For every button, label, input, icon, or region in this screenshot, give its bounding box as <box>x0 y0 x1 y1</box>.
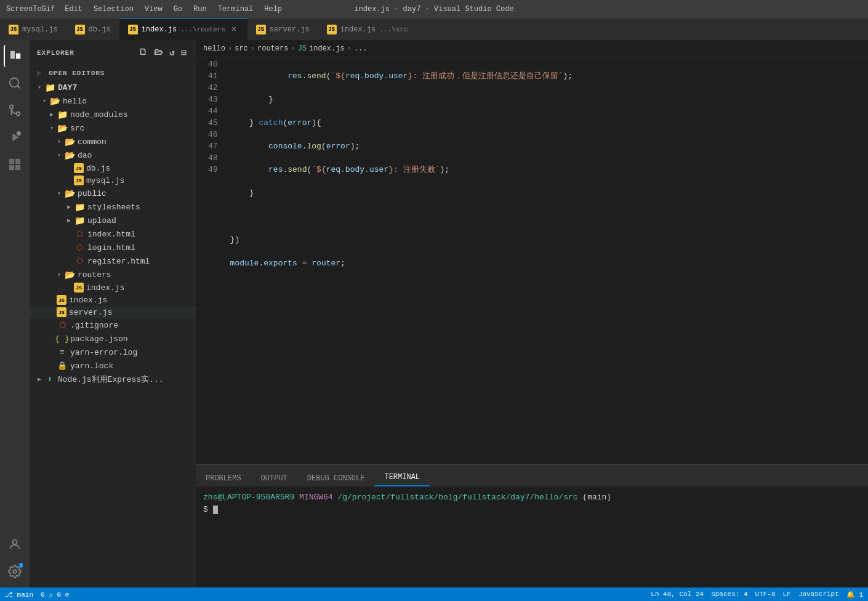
collapse-icon[interactable]: ⊟ <box>180 46 188 59</box>
lock-file-icon: 🔒 <box>57 360 68 371</box>
tree-folder-dao[interactable]: ▾ 📂 dao <box>30 148 196 162</box>
tree-file-server-js[interactable]: JS server.js <box>30 306 196 318</box>
terminal-prompt: $ <box>203 505 208 514</box>
tab-index-routers[interactable]: JS index.js ...\routers × <box>119 18 247 40</box>
menu-selection[interactable]: Selection <box>89 2 139 16</box>
tree-file-mysql-js[interactable]: JS mysql.js <box>30 174 196 187</box>
terminal-path: /g/project/fullstack/bolg/fullstack/day7… <box>337 493 577 502</box>
menu-terminal[interactable]: Terminal <box>213 2 259 16</box>
tree-folder-public[interactable]: ▾ 📂 public <box>30 187 196 200</box>
tab-index-src-path: ...\src <box>379 26 408 33</box>
tree-label-yarn-error-log: yarn-error.log <box>70 348 137 357</box>
tree-label-mysql-js: mysql.js <box>86 176 124 185</box>
tree-folder-nodejs-course[interactable]: ▶ ⬇ Node.js利用Express实... <box>30 373 196 386</box>
tree-folder-common[interactable]: ▾ 📂 common <box>30 135 196 148</box>
run-debug-icon[interactable] <box>4 126 26 148</box>
menu-view[interactable]: View <box>140 2 167 16</box>
download-folder-icon: ⬇ <box>44 374 55 385</box>
js-icon: JS <box>75 25 85 34</box>
tree-folder-stylesheets[interactable]: ▶ 📁 stylesheets <box>30 200 196 214</box>
tree-file-package-json[interactable]: { } package.json <box>30 332 196 345</box>
chevron-right-icon: ▶ <box>47 110 57 119</box>
svg-point-2 <box>10 78 19 87</box>
status-errors[interactable]: 0 △ 0 ⊘ <box>41 591 69 599</box>
folder-icon: 📂 <box>64 150 75 161</box>
chevron-down-icon: ▾ <box>34 83 44 92</box>
open-editors-section[interactable]: ▷ OPEN EDITORS <box>30 65 196 81</box>
tree-file-src-index-js[interactable]: JS index.js <box>30 294 196 306</box>
tree-folder-node-modules[interactable]: ▶ 📁 node_modules <box>30 108 196 121</box>
tree-folder-src[interactable]: ▾ 📂 src <box>30 121 196 135</box>
status-eol[interactable]: LF <box>783 591 791 598</box>
terminal-content[interactable]: zhs@LAPTOP-950AR5R9 MINGW64 /g/project/f… <box>196 486 868 587</box>
tab-mysql-label: mysql.js <box>22 25 58 34</box>
folder-icon: 📂 <box>64 188 75 199</box>
chevron-down-icon: ▾ <box>54 188 64 198</box>
breadcrumb-src[interactable]: src <box>235 44 248 53</box>
tab-bar: JS mysql.js JS db.js JS index.js ...\rou… <box>0 18 868 40</box>
tree-file-db-js[interactable]: JS db.js <box>30 162 196 174</box>
tree-label-server-js: server.js <box>69 308 112 317</box>
tab-mysql[interactable]: JS mysql.js <box>0 18 66 40</box>
source-control-icon[interactable] <box>4 99 26 121</box>
tab-terminal[interactable]: TERMINAL <box>374 469 430 486</box>
svg-rect-8 <box>15 159 20 164</box>
tab-close-button[interactable]: × <box>229 25 239 34</box>
new-folder-icon[interactable]: 🗁 <box>153 46 164 59</box>
tab-db[interactable]: JS db.js <box>66 18 119 40</box>
tree-folder-routers[interactable]: ▾ 📂 routers <box>30 268 196 281</box>
activity-bar-bottom: 1 <box>4 533 26 583</box>
sidebar-header-icons: 🗋 🗁 ↺ ⊟ <box>137 46 188 59</box>
tree-folder-upload[interactable]: ▶ 📁 upload <box>30 214 196 227</box>
tree-label-register-html: register.html <box>87 257 150 266</box>
chevron-right-icon: ▶ <box>64 216 74 225</box>
status-position[interactable]: Ln 48, Col 24 <box>651 591 704 598</box>
extensions-icon[interactable] <box>4 153 26 175</box>
tree-file-login-html[interactable]: ⬡ login.html <box>30 241 196 254</box>
js-file-icon: JS <box>74 283 84 292</box>
explorer-icon[interactable] <box>4 45 26 67</box>
tree-root-day7[interactable]: ▾ 📁 DAY7 <box>30 81 196 94</box>
menu-help[interactable]: Help <box>259 2 287 16</box>
tab-server[interactable]: JS server.js <box>247 18 318 40</box>
html-file-icon: ⬡ <box>74 256 85 267</box>
tab-index-routers-label: index.js <box>142 25 177 34</box>
terminal-user: zhs@LAPTOP-950AR5R9 <box>203 493 294 502</box>
status-language[interactable]: JavaScript <box>798 591 839 598</box>
tab-output[interactable]: OUTPUT <box>251 470 297 486</box>
account-icon[interactable] <box>4 533 26 555</box>
breadcrumb-ellipsis[interactable]: ... <box>354 44 368 53</box>
search-icon[interactable] <box>4 72 26 94</box>
tree-file-yarn-lock[interactable]: 🔒 yarn.lock <box>30 359 196 373</box>
status-notifications[interactable]: 🔔 1 <box>846 591 863 599</box>
breadcrumb-routers[interactable]: routers <box>257 44 288 53</box>
tab-debug-console[interactable]: DEBUG CONSOLE <box>297 470 375 486</box>
status-branch[interactable]: ⎇ main <box>5 591 33 599</box>
status-spaces[interactable]: Spaces: 4 <box>711 591 747 598</box>
tab-index-src[interactable]: JS index.js ...\src <box>318 18 417 40</box>
breadcrumb-index-js[interactable]: index.js <box>309 44 345 53</box>
tree-folder-hello[interactable]: ▾ 📂 hello <box>30 94 196 108</box>
folder-icon: 📁 <box>57 109 68 120</box>
code-editor[interactable]: 40 41 42 43 44 45 46 47 48 49 res.send(`… <box>196 57 868 464</box>
window-title: index.js - day7 - Visual Studio Code <box>354 5 513 14</box>
code-content: res.send(`${req.body.user}: 注册成功，但是注册信息还… <box>224 57 868 464</box>
menu-go[interactable]: Go <box>169 2 187 16</box>
svg-rect-0 <box>10 51 15 59</box>
panel: PROBLEMS OUTPUT DEBUG CONSOLE TERMINAL z… <box>196 464 868 587</box>
menu-edit[interactable]: Edit <box>60 2 87 16</box>
new-file-icon[interactable]: 🗋 <box>137 46 149 59</box>
tree-label-yarn-lock: yarn.lock <box>70 361 113 371</box>
tree-file-register-html[interactable]: ⬡ register.html <box>30 254 196 268</box>
refresh-icon[interactable]: ↺ <box>168 46 176 59</box>
breadcrumb-hello[interactable]: hello <box>203 44 225 53</box>
settings-icon[interactable]: 1 <box>4 560 26 583</box>
tree-file-index-html[interactable]: ⬡ index.html <box>30 227 196 241</box>
tree-file-yarn-error-log[interactable]: ≡ yarn-error.log <box>30 345 196 359</box>
status-encoding[interactable]: UTF-8 <box>755 591 776 598</box>
tree-label-day7: DAY7 <box>58 83 77 92</box>
menu-run[interactable]: Run <box>188 2 212 16</box>
tab-problems[interactable]: PROBLEMS <box>196 470 251 486</box>
tree-file-gitignore[interactable]: ⬡ .gitignore <box>30 318 196 332</box>
tree-file-routers-index-js[interactable]: JS index.js <box>30 281 196 294</box>
